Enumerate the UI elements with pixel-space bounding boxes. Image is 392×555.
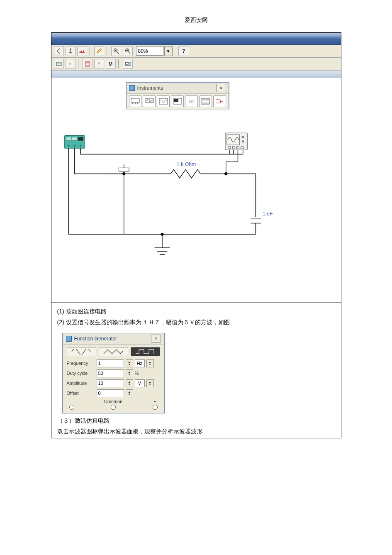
fg-terminal-plus[interactable]: + [153, 399, 158, 410]
radio-icon[interactable] [69, 405, 74, 410]
fg-amp-label: Amplitude [67, 381, 95, 386]
instruments-body: 01X [127, 94, 229, 109]
tabf-icon[interactable]: f [94, 59, 104, 69]
svg-point-9 [137, 103, 139, 105]
svg-point-25 [242, 141, 244, 143]
fg-amp-unit[interactable]: V [135, 379, 145, 387]
instrument-func-gen[interactable] [143, 95, 156, 107]
schematic-drawing: 1 k Ohm 1 uF [56, 128, 337, 298]
app-titlebar [51, 33, 341, 45]
wave-square-button[interactable] [131, 347, 160, 356]
toolbar-row-1: 80% ▼ ? [51, 45, 341, 58]
step-2: (2) 设置信号发生器的输出频率为 １ＨＺ，幅值为５Ｖ的方波，如图 [57, 318, 335, 327]
spinner-icon[interactable]: ▲▼ [126, 369, 133, 377]
fg-common-label: Common [104, 399, 123, 404]
capacitor-symbol[interactable] [251, 219, 261, 223]
fg-freq-input[interactable]: 1 [97, 359, 124, 367]
svg-point-20 [73, 145, 75, 147]
svg-rect-17 [72, 137, 77, 141]
graph-icon[interactable] [77, 46, 87, 56]
zoom-value[interactable]: 80% [136, 46, 163, 56]
scroll-icon[interactable] [54, 59, 64, 69]
spinner-icon[interactable]: ▲▼ [126, 389, 133, 397]
svg-rect-13 [174, 99, 178, 102]
palette-icon [129, 85, 135, 91]
fg-title-icon [66, 336, 72, 342]
app-window: 80% ▼ ? S f M [51, 33, 341, 303]
step-4: 双击示波器图标弹出示波器面板，观察并分析示波器波形 [57, 427, 335, 436]
svg-rect-30 [119, 168, 129, 171]
tabm-icon[interactable]: M [106, 59, 116, 69]
instruments-title: Instruments [137, 85, 163, 91]
instrument-oscilloscope[interactable] [157, 95, 170, 107]
svg-rect-16 [66, 137, 71, 141]
edit-icon[interactable] [94, 46, 104, 56]
ground-symbol [154, 234, 170, 254]
close-icon[interactable]: ✕ [151, 335, 161, 343]
svg-rect-11 [159, 98, 168, 104]
instrument-multimeter[interactable] [129, 95, 142, 107]
toolbar-separator [118, 59, 120, 68]
radio-icon[interactable] [111, 405, 116, 410]
oscilloscope-symbol[interactable] [225, 133, 247, 150]
sheet-icon[interactable] [83, 59, 93, 69]
instruction-text: (1) 按如图连接电路 (2) 设置信号发生器的输出频率为 １ＨＺ，幅值为５Ｖ的… [51, 303, 341, 331]
radio-icon[interactable] [153, 405, 158, 410]
resistor-symbol[interactable] [170, 169, 200, 178]
document-frame: 80% ▼ ? S f M [51, 32, 341, 438]
fg-terminal-minus[interactable]: – [69, 399, 74, 410]
fg-terminal-common[interactable]: Common [104, 399, 123, 410]
wave-sine-button[interactable] [67, 347, 96, 356]
fg-terminals: – Common + [63, 398, 164, 413]
function-generator-dialog[interactable]: Function Generator ✕ Frequency 1 ▲▼ [62, 333, 165, 413]
svg-point-24 [242, 136, 244, 138]
wave-triangle-button[interactable] [99, 347, 128, 356]
step-3: （３）激活仿真电路 [57, 416, 335, 425]
close-icon[interactable]: ✕ [216, 84, 226, 92]
instrument-logic[interactable]: 01X [185, 95, 198, 107]
instrument-word-gen[interactable] [199, 95, 212, 107]
spinner-icon[interactable]: ▲▼ [146, 379, 154, 387]
spinner-icon[interactable]: ▲▼ [146, 359, 154, 367]
fg-offset-input[interactable]: 0 [97, 389, 124, 397]
svg-point-7 [132, 103, 134, 105]
schematic-canvas[interactable]: Instruments ✕ 01X [51, 78, 341, 302]
fg-title-text: Function Generator [74, 336, 117, 342]
svg-point-8 [135, 103, 136, 105]
instruments-titlebar[interactable]: Instruments ✕ [127, 83, 229, 94]
svg-point-19 [68, 145, 69, 147]
svg-rect-5 [126, 63, 128, 64]
fg-duty-input[interactable]: 50 [97, 369, 124, 377]
svg-rect-6 [131, 98, 139, 103]
step-1: (1) 按如图连接电路 [57, 307, 335, 316]
spinner-icon[interactable]: ▲▼ [126, 379, 133, 387]
instrument-bode[interactable] [171, 95, 184, 107]
space-icon[interactable]: S [66, 59, 75, 69]
fg-titlebar[interactable]: Function Generator ✕ [63, 333, 164, 345]
spinner-icon[interactable]: ▲▼ [126, 359, 133, 367]
zoom-combo[interactable]: 80% ▼ [136, 46, 173, 56]
fg-freq-unit[interactable]: Hz [135, 359, 145, 367]
svg-rect-23 [226, 134, 239, 145]
chevron-down-icon[interactable]: ▼ [164, 46, 173, 56]
toolbar-band [51, 71, 341, 78]
nav-back-icon[interactable] [54, 46, 64, 56]
instrument-icon[interactable] [123, 59, 133, 69]
fg-duty-label: Duty cycle [67, 371, 95, 376]
anchor-icon[interactable] [66, 46, 75, 56]
fg-waveform-row [63, 345, 164, 358]
help-button[interactable]: ? [178, 46, 189, 56]
zoom-in-icon[interactable] [123, 46, 133, 56]
instrument-logic-conv[interactable] [213, 95, 226, 107]
fg-amp-input[interactable]: 10 [97, 379, 124, 387]
svg-point-21 [80, 145, 81, 147]
instruments-palette[interactable]: Instruments ✕ 01X [126, 82, 229, 109]
resistor-label: 1 k Ohm [176, 161, 195, 167]
toolbar-separator [78, 59, 80, 68]
zoom-out-icon[interactable] [111, 46, 121, 56]
func-generator-symbol[interactable] [64, 135, 85, 148]
fg-parameters: Frequency 1 ▲▼ Hz ▲▼ Duty cycle 50 ▲▼ % … [63, 358, 164, 398]
toolbar-row-2: S f M [51, 58, 341, 71]
toolbar-separator [107, 46, 109, 56]
fg-offset-label: Offset [67, 391, 95, 396]
